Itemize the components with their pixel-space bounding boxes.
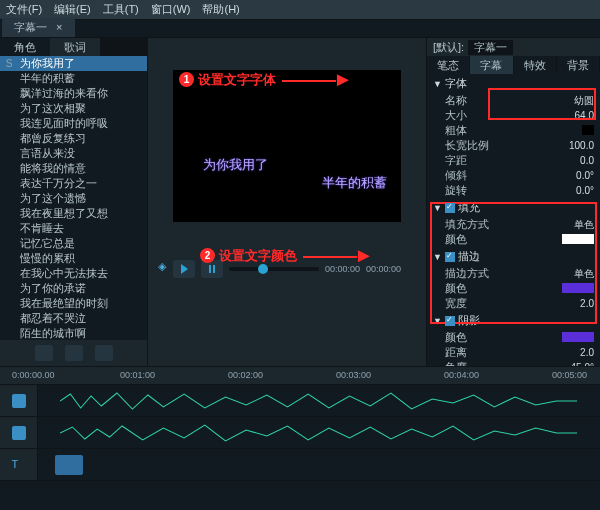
timeline-ruler[interactable]: 0:00:00.0000:01:0000:02:0000:03:0000:04:…	[0, 367, 600, 385]
list-item[interactable]: S为你我用了	[0, 56, 147, 71]
properties-panel: [默认]: 字幕一 笔态 字幕 特效 背景 ▼字体 名称幼圆 大小64.0 粗体…	[426, 38, 600, 366]
remove-button[interactable]	[65, 345, 83, 361]
play-button[interactable]	[173, 260, 195, 278]
list-item[interactable]: 我连见面时的呼吸	[0, 116, 147, 131]
ruler-mark: 00:02:00	[228, 370, 263, 380]
list-item[interactable]: 半年的积蓄	[0, 71, 147, 86]
ruler-mark: 0:00:00.00	[12, 370, 55, 380]
list-item[interactable]: 我在最绝望的时刻	[0, 296, 147, 311]
prop-rotate-label: 旋转	[445, 183, 542, 198]
list-item[interactable]: 飘洋过海的来看你	[0, 86, 147, 101]
fill-color-swatch[interactable]	[562, 234, 594, 244]
prop-shadow-color-label: 颜色	[445, 330, 542, 345]
prop-fill-color-label: 颜色	[445, 232, 542, 247]
list-item[interactable]: 我在夜里想了又想	[0, 206, 147, 221]
group-font[interactable]: ▼字体	[427, 74, 600, 93]
audio-track-2[interactable]	[0, 417, 600, 449]
menu-edit[interactable]: 编辑(E)	[54, 2, 91, 17]
lyrics-list[interactable]: S为你我用了半年的积蓄飘洋过海的来看你为了这次相聚我连见面时的呼吸都曾反复练习言…	[0, 56, 147, 340]
list-item[interactable]: 表达千万分之一	[0, 176, 147, 191]
time-total: 00:00:00	[366, 264, 401, 274]
fill-checkbox[interactable]	[445, 203, 455, 213]
prop-italic-label: 倾斜	[445, 168, 542, 183]
list-item[interactable]: 言语从来没	[0, 146, 147, 161]
list-item[interactable]: 为了你的承诺	[0, 281, 147, 296]
prop-stroke-width-value[interactable]: 2.0	[542, 298, 594, 309]
list-item[interactable]: 都忍着不哭泣	[0, 311, 147, 326]
prop-stroke-mode-label: 描边方式	[445, 266, 542, 281]
audio-track-1[interactable]	[0, 385, 600, 417]
preview-line-2: 半年的积蓄	[322, 174, 387, 192]
group-shadow[interactable]: ▼阴影	[427, 311, 600, 330]
prop-aspect-value[interactable]: 100.0	[542, 140, 594, 151]
tab-effects[interactable]: 特效	[514, 56, 557, 74]
list-toolbar	[0, 340, 147, 366]
prop-spacing-value[interactable]: 0.0	[542, 155, 594, 166]
prop-bold-label: 粗体	[445, 123, 542, 138]
document-tabs: 字幕一 ×	[0, 20, 600, 38]
stroke-checkbox[interactable]	[445, 252, 455, 262]
subtitle-track[interactable]: T	[0, 449, 600, 481]
prop-stroke-mode-value[interactable]: 单色	[542, 267, 594, 281]
ruler-mark: 00:03:00	[336, 370, 371, 380]
prop-shadow-dist-label: 距离	[445, 345, 542, 360]
annotation-1: 1设置文字字体———►	[179, 68, 350, 91]
list-item[interactable]: 在我心中无法抹去	[0, 266, 147, 281]
annotation-2: 2设置文字颜色———►	[200, 244, 371, 267]
seek-slider[interactable]	[229, 267, 319, 271]
prop-bold-value[interactable]	[542, 125, 594, 137]
speaker-icon	[12, 426, 26, 440]
prop-fill-mode-value[interactable]: 单色	[542, 218, 594, 232]
subtitle-clip[interactable]	[55, 455, 83, 475]
stroke-color-swatch[interactable]	[562, 283, 594, 293]
prop-aspect-label: 长宽比例	[445, 138, 542, 153]
diamond-icon[interactable]: ◈	[158, 260, 166, 273]
shadow-color-swatch[interactable]	[562, 332, 594, 342]
prop-stroke-width-label: 宽度	[445, 296, 542, 311]
timeline: 0:00:00.0000:01:0000:02:0000:03:0000:04:…	[0, 366, 600, 510]
menubar: 文件(F) 编辑(E) 工具(T) 窗口(W) 帮助(H)	[0, 0, 600, 20]
subtab-role[interactable]: 角色	[0, 38, 50, 56]
prop-font-name-value[interactable]: 幼圆	[542, 94, 594, 108]
prop-font-size-value[interactable]: 64.0	[542, 110, 594, 121]
menu-file[interactable]: 文件(F)	[6, 2, 42, 17]
list-item[interactable]: 能将我的情意	[0, 161, 147, 176]
prop-font-size-label: 大小	[445, 108, 542, 123]
prop-stroke-color-label: 颜色	[445, 281, 542, 296]
close-icon[interactable]: ×	[56, 21, 62, 33]
tab-subtitle[interactable]: 字幕	[470, 56, 513, 74]
ruler-mark: 00:04:00	[444, 370, 479, 380]
tab-subtitle-1[interactable]: 字幕一 ×	[2, 18, 75, 37]
speaker-icon	[12, 394, 26, 408]
list-item[interactable]: 慢慢的累积	[0, 251, 147, 266]
left-panel: 角色 歌词 S为你我用了半年的积蓄飘洋过海的来看你为了这次相聚我连见面时的呼吸都…	[0, 38, 148, 366]
list-item[interactable]: 为了这次相聚	[0, 101, 147, 116]
preview-viewport: 1设置文字字体———► 为你我用了 半年的积蓄	[173, 70, 401, 222]
group-fill[interactable]: ▼填充	[427, 198, 600, 217]
shadow-checkbox[interactable]	[445, 316, 455, 326]
refresh-button[interactable]	[95, 345, 113, 361]
ruler-mark: 00:01:00	[120, 370, 155, 380]
default-label: [默认]:	[433, 40, 464, 55]
preview-panel: 1设置文字字体———► 为你我用了 半年的积蓄 2设置文字颜色———► ◈ 00…	[148, 38, 426, 366]
list-item[interactable]: 陌生的城市啊	[0, 326, 147, 340]
prop-fill-mode-label: 填充方式	[445, 217, 542, 232]
menu-window[interactable]: 窗口(W)	[151, 2, 191, 17]
list-item[interactable]: 不肯睡去	[0, 221, 147, 236]
list-item[interactable]: 都曾反复练习	[0, 131, 147, 146]
prop-shadow-dist-value[interactable]: 2.0	[542, 347, 594, 358]
add-button[interactable]	[35, 345, 53, 361]
default-value[interactable]: 字幕一	[468, 40, 513, 55]
subtab-lyrics[interactable]: 歌词	[50, 38, 100, 56]
text-icon: T	[12, 458, 26, 472]
tab-state[interactable]: 笔态	[427, 56, 470, 74]
menu-help[interactable]: 帮助(H)	[202, 2, 239, 17]
tab-background[interactable]: 背景	[557, 56, 600, 74]
group-stroke[interactable]: ▼描边	[427, 247, 600, 266]
menu-tools[interactable]: 工具(T)	[103, 2, 139, 17]
prop-rotate-value[interactable]: 0.0°	[542, 185, 594, 196]
list-item[interactable]: 记忆它总是	[0, 236, 147, 251]
prop-italic-value[interactable]: 0.0°	[542, 170, 594, 181]
preview-line-1: 为你我用了	[203, 156, 268, 174]
list-item[interactable]: 为了这个遗憾	[0, 191, 147, 206]
